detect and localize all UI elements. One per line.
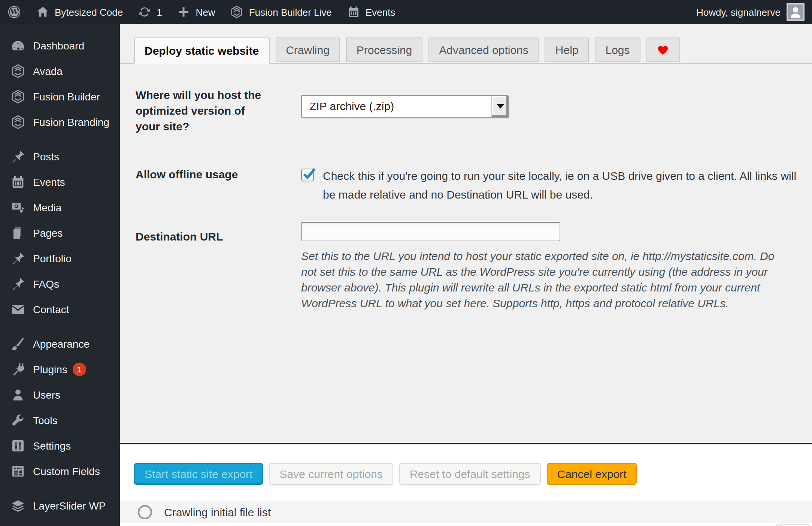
destination-label: Destination URL: [136, 222, 301, 311]
sidebar-group: AppearancePlugins1UsersToolsSettingsCust…: [0, 331, 120, 484]
sidebar-item-fusion-builder[interactable]: Fusion Builder: [0, 84, 120, 109]
calendar-icon: [347, 5, 360, 19]
update-count-badge: 1: [73, 363, 86, 376]
tab-crawling[interactable]: Crawling: [275, 37, 340, 62]
sidebar-item-label: LayerSlider WP: [33, 500, 106, 512]
sidebar-item-custom-fields[interactable]: Custom Fields: [0, 459, 120, 484]
offline-row: Allow offline usage Check this if you're…: [136, 166, 799, 204]
sidebar-item-dashboard[interactable]: Dashboard: [0, 33, 120, 58]
sidebar-item-label: Custom Fields: [33, 465, 100, 477]
tab-advanced-options[interactable]: Advanced options: [428, 37, 539, 62]
wrench-icon: [10, 413, 25, 428]
adminbar-updates-label: 1: [157, 6, 162, 18]
calendar-icon: [10, 175, 25, 190]
sidebar-item-label: Fusion Branding: [33, 116, 109, 128]
admin-bar-account[interactable]: Howdy, signalnerve: [696, 0, 812, 24]
cancel-export-button[interactable]: Cancel export: [547, 463, 637, 485]
tab-label: Help: [555, 43, 579, 56]
adminbar-fusion-builder-live-label: Fusion Builder Live: [249, 6, 332, 18]
adminbar-wordpress-menu[interactable]: W: [0, 0, 28, 24]
checkmark-icon: [302, 166, 317, 181]
hexagon-weave-icon: [230, 5, 244, 19]
sidebar-item-avada[interactable]: Avada: [0, 58, 120, 84]
hexagon-weave-icon: [10, 64, 25, 79]
tab-logs[interactable]: Logs: [595, 37, 640, 62]
sidebar-item-faqs[interactable]: FAQs: [0, 271, 120, 297]
sliders-icon: [10, 438, 25, 453]
sidebar-group: DashboardAvadaFusion BuilderFusion Brand…: [0, 33, 120, 135]
tab-label: Deploy static website: [145, 44, 259, 57]
sidebar-item-label: Contact: [33, 303, 69, 315]
action-buttons: Start static site export Save current op…: [134, 463, 637, 485]
sidebar-item-media[interactable]: Media: [0, 195, 120, 220]
adminbar-site-name-label: Bytesized Code: [55, 6, 123, 18]
offline-checkbox[interactable]: [301, 169, 314, 181]
howdy-greeting: Howdy, signalnerve: [696, 6, 781, 18]
sidebar-item-events[interactable]: Events: [0, 169, 120, 195]
paintbrush-icon: [10, 336, 25, 351]
partial-button[interactable]: [775, 525, 810, 526]
update-icon: [138, 5, 151, 19]
chevron-down-icon: [491, 96, 508, 117]
sidebar: DashboardAvadaFusion BuilderFusion Brand…: [0, 24, 120, 526]
progress-row: Crawling initial file list: [120, 501, 812, 523]
sidebar-item-pages[interactable]: Pages: [0, 220, 120, 246]
sidebar-item-label: Appearance: [33, 338, 90, 350]
host-select[interactable]: ZIP archive (.zip): [301, 95, 509, 118]
adminbar-updates[interactable]: 1: [130, 0, 169, 24]
pushpin-icon: [10, 251, 25, 266]
sidebar-item-label: FAQs: [33, 278, 59, 290]
envelope-icon: [10, 302, 25, 317]
host-select-value: ZIP archive (.zip): [302, 96, 491, 117]
sidebar-item-label: Settings: [33, 440, 71, 452]
adminbar-new-content[interactable]: New: [170, 0, 223, 24]
tab-label: Logs: [606, 43, 630, 56]
progress-label: Crawling initial file list: [164, 505, 271, 518]
admin-bar: WBytesized Code1NewFusion Builder LiveEv…: [0, 0, 812, 24]
sidebar-item-settings[interactable]: Settings: [0, 433, 120, 459]
sidebar-item-label: Posts: [33, 151, 59, 163]
sidebar-item-posts[interactable]: Posts: [0, 144, 120, 169]
sidebar-item-layerslider-wp[interactable]: LayerSlider WP: [0, 493, 120, 519]
hexagon-weave-icon: [10, 89, 25, 104]
save-options-button[interactable]: Save current options: [269, 463, 393, 485]
adminbar-fusion-builder-live[interactable]: Fusion Builder Live: [223, 0, 339, 24]
reset-defaults-button[interactable]: Reset to default settings: [399, 463, 541, 485]
sidebar-item-plugins[interactable]: Plugins1: [0, 357, 120, 382]
progress-circle-icon: [138, 505, 152, 519]
tab-processing[interactable]: Processing: [346, 37, 422, 62]
admin-bar-left: WBytesized Code1NewFusion Builder LiveEv…: [0, 0, 403, 24]
sidebar-item-tools[interactable]: Tools: [0, 408, 120, 433]
plug-icon: [10, 362, 25, 377]
sidebar-item-label: Fusion Builder: [33, 91, 100, 103]
sidebar-group: LayerSlider WP: [0, 493, 120, 519]
sidebar-group: PostsEventsMediaPagesPortfolioFAQsContac…: [0, 144, 120, 322]
sidebar-item-label: Events: [33, 176, 65, 188]
sidebar-item-contact[interactable]: Contact: [0, 297, 120, 322]
user-icon: [10, 387, 25, 402]
destination-url-input[interactable]: [301, 222, 560, 241]
tab-favorites[interactable]: [646, 37, 680, 62]
pushpin-icon: [10, 149, 25, 164]
plugin-settings-page: Deploy static websiteCrawlingProcessingA…: [120, 24, 812, 526]
sidebar-item-fusion-branding[interactable]: Fusion Branding: [0, 109, 120, 135]
host-label: Where will you host the optimized versio…: [136, 87, 301, 134]
sidebar-item-appearance[interactable]: Appearance: [0, 331, 120, 357]
pushpin-icon: [10, 276, 25, 291]
adminbar-events[interactable]: Events: [339, 0, 403, 24]
adminbar-site-name[interactable]: Bytesized Code: [28, 0, 130, 24]
offline-label: Allow offline usage: [136, 166, 301, 204]
user-avatar-icon: [787, 3, 805, 21]
hexagon-weave-icon: [10, 115, 25, 130]
start-export-button[interactable]: Start static site export: [134, 463, 263, 485]
sidebar-item-label: Dashboard: [33, 40, 84, 52]
pages-icon: [10, 226, 25, 241]
wordpress-logo-icon: W: [7, 5, 21, 19]
sidebar-item-label: Portfolio: [33, 253, 72, 264]
host-row: Where will you host the optimized versio…: [136, 87, 509, 134]
tab-help[interactable]: Help: [545, 37, 589, 62]
camera-icon: [10, 200, 25, 215]
sidebar-item-users[interactable]: Users: [0, 382, 120, 408]
tab-deploy-static-website[interactable]: Deploy static website: [134, 37, 269, 64]
sidebar-item-portfolio[interactable]: Portfolio: [0, 246, 120, 271]
